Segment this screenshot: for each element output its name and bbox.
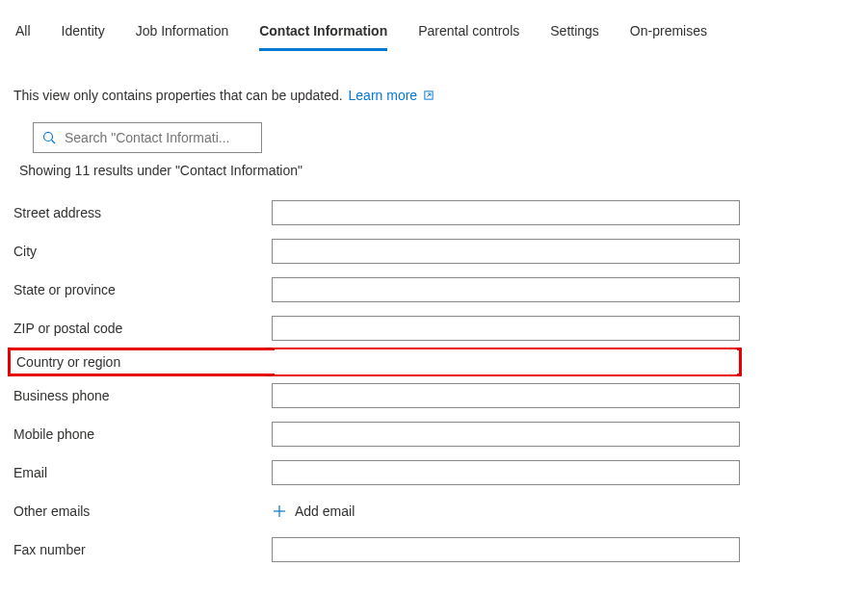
search-box[interactable]: [33, 122, 262, 153]
tab-contact-information[interactable]: Contact Information: [259, 17, 387, 51]
row-fax: Fax number: [13, 530, 856, 569]
svg-point-1: [44, 133, 53, 142]
label-state: State or province: [13, 282, 272, 297]
add-email-label: Add email: [295, 503, 355, 519]
external-link-icon: [423, 89, 434, 100]
tab-parental-controls[interactable]: Parental controls: [418, 17, 519, 51]
input-state[interactable]: [272, 277, 740, 302]
row-other-emails: Other emails Add email: [13, 492, 856, 530]
tab-all[interactable]: All: [15, 17, 31, 51]
row-zip: ZIP or postal code: [13, 309, 856, 348]
row-city: City: [13, 232, 856, 271]
label-city: City: [13, 244, 272, 259]
tab-settings[interactable]: Settings: [550, 17, 599, 51]
tabs-bar: All Identity Job Information Contact Inf…: [12, 12, 856, 51]
label-zip: ZIP or postal code: [13, 321, 272, 336]
label-country: Country or region: [16, 354, 275, 370]
tab-job-information[interactable]: Job Information: [136, 17, 229, 51]
row-email: Email: [13, 453, 856, 492]
svg-line-2: [52, 141, 56, 144]
results-count: Showing 11 results under "Contact Inform…: [19, 163, 856, 178]
label-email: Email: [13, 465, 272, 480]
row-business-phone: Business phone: [13, 376, 856, 415]
plus-icon: [272, 503, 287, 519]
label-business-phone: Business phone: [13, 388, 272, 403]
input-business-phone[interactable]: [272, 383, 740, 408]
tab-on-premises[interactable]: On-premises: [630, 17, 707, 51]
label-street-address: Street address: [13, 205, 272, 220]
tab-identity[interactable]: Identity: [62, 17, 105, 51]
input-city[interactable]: [272, 239, 740, 264]
input-zip[interactable]: [272, 316, 740, 341]
input-mobile-phone[interactable]: [272, 422, 740, 447]
info-banner: This view only contains properties that …: [12, 88, 856, 103]
row-state: State or province: [13, 271, 856, 309]
input-country[interactable]: [275, 349, 737, 374]
search-input[interactable]: [65, 130, 253, 145]
label-mobile-phone: Mobile phone: [13, 426, 272, 442]
form-area: Street address City State or province ZI…: [12, 193, 856, 569]
row-country-highlighted: Country or region: [8, 348, 742, 376]
input-email[interactable]: [272, 460, 740, 485]
label-other-emails: Other emails: [13, 503, 272, 519]
learn-more-label: Learn more: [349, 88, 418, 103]
search-icon: [41, 130, 57, 145]
row-mobile-phone: Mobile phone: [13, 415, 856, 453]
info-text: This view only contains properties that …: [13, 88, 343, 103]
label-fax: Fax number: [13, 542, 272, 557]
input-street-address[interactable]: [272, 200, 740, 225]
row-street-address: Street address: [13, 193, 856, 232]
add-email-button[interactable]: Add email: [272, 498, 355, 525]
input-fax[interactable]: [272, 537, 740, 562]
learn-more-link[interactable]: Learn more: [349, 88, 434, 103]
